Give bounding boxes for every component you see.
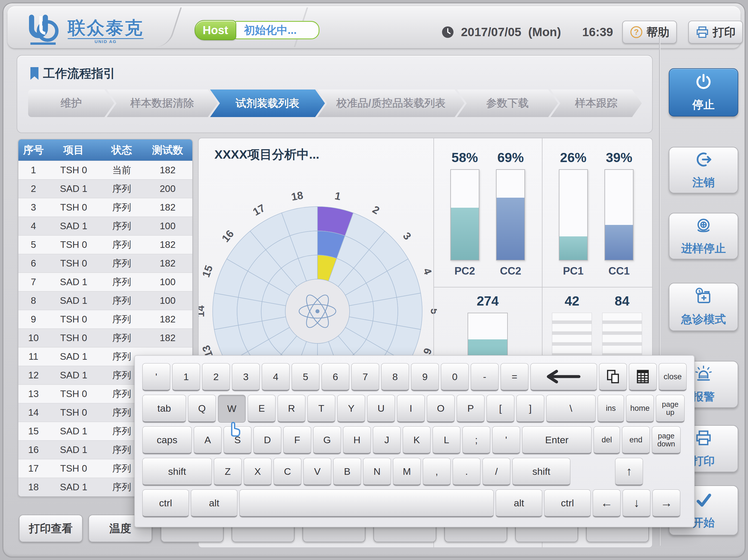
key-ctrl[interactable]: ctrl bbox=[142, 489, 189, 517]
key-space[interactable] bbox=[239, 489, 494, 517]
table-row[interactable]: 3TSH 0 序列182 bbox=[18, 198, 192, 217]
key-O[interactable]: O bbox=[427, 395, 455, 422]
key-9[interactable]: 9 bbox=[411, 363, 439, 391]
workflow-step[interactable]: 样本跟踪 bbox=[551, 90, 642, 117]
key-del[interactable]: del bbox=[593, 426, 620, 454]
printer-icon bbox=[694, 429, 713, 450]
key-2[interactable]: 2 bbox=[202, 363, 230, 391]
workflow-step[interactable]: 校准品/质控品装载列表 bbox=[318, 90, 464, 117]
key-close[interactable]: close bbox=[659, 363, 686, 391]
svg-text:17: 17 bbox=[251, 202, 267, 218]
key-K[interactable]: K bbox=[403, 426, 430, 454]
key-\[interactable]: \ bbox=[546, 395, 595, 422]
table-row[interactable]: 4SAD 1 序列100 bbox=[18, 217, 192, 235]
table-row[interactable]: 7SAD 1 序列100 bbox=[18, 272, 192, 291]
gauge-label: CC2 bbox=[500, 265, 521, 277]
key-;[interactable]: ; bbox=[462, 426, 490, 454]
key-P[interactable]: P bbox=[457, 395, 485, 422]
key-J[interactable]: J bbox=[373, 426, 401, 454]
key-N[interactable]: N bbox=[363, 458, 391, 486]
table-row[interactable]: 5TSH 0 序列182 bbox=[18, 235, 192, 254]
key-alt[interactable]: alt bbox=[496, 489, 542, 517]
key-shift[interactable]: shift bbox=[142, 458, 212, 486]
key-caps[interactable]: caps bbox=[142, 426, 192, 454]
key-V[interactable]: V bbox=[303, 458, 331, 486]
key-4[interactable]: 4 bbox=[262, 363, 289, 391]
workflow-step[interactable]: 参数下载 bbox=[457, 90, 558, 117]
key-3[interactable]: 3 bbox=[232, 363, 260, 391]
workflow-steps: 维护样本数据清除试剂装载列表校准品/质控品装载列表参数下载样本跟踪 bbox=[28, 90, 642, 117]
key-=[interactable]: = bbox=[500, 363, 529, 391]
hand-cursor-icon bbox=[227, 420, 240, 437]
key-1[interactable]: 1 bbox=[172, 363, 200, 391]
sidebar-button[interactable]: 急诊模式 bbox=[669, 283, 738, 331]
key-[[interactable]: [ bbox=[487, 395, 514, 422]
key-B[interactable]: B bbox=[333, 458, 361, 486]
key-D[interactable]: D bbox=[253, 426, 281, 454]
key-T[interactable]: T bbox=[307, 395, 335, 422]
key-arrow-up[interactable]: ↑ bbox=[615, 458, 643, 486]
key-shift[interactable]: shift bbox=[512, 458, 570, 486]
sidebar-button[interactable]: 停止 bbox=[669, 68, 738, 117]
host-badge: Host bbox=[194, 20, 236, 40]
table-row[interactable]: 10TSH 0 序列182 bbox=[18, 328, 192, 347]
key-Q[interactable]: Q bbox=[188, 395, 216, 422]
key-M[interactable]: M bbox=[393, 458, 421, 486]
key-tab[interactable]: tab bbox=[142, 395, 186, 422]
key-][interactable]: ] bbox=[516, 395, 544, 422]
key-A[interactable]: A bbox=[194, 426, 221, 454]
workflow-step[interactable]: 维护 bbox=[28, 90, 114, 117]
sidebar-button[interactable]: 进样停止 bbox=[669, 213, 738, 259]
key-5[interactable]: 5 bbox=[291, 363, 320, 391]
table-row[interactable]: 2SAD 1 序列200 bbox=[18, 179, 192, 198]
key-F[interactable]: F bbox=[283, 426, 311, 454]
key-'[interactable]: ' bbox=[492, 426, 520, 454]
key-'[interactable]: ' bbox=[142, 363, 170, 391]
print-view-button[interactable]: 打印查看 bbox=[19, 515, 83, 542]
table-row[interactable]: 9TSH 0 序列182 bbox=[18, 310, 192, 328]
key-Y[interactable]: Y bbox=[337, 395, 365, 422]
key-/[interactable]: / bbox=[483, 458, 510, 486]
key-backspace-arrow[interactable] bbox=[531, 363, 597, 391]
brand-logo: 联众泰克 UNID AG bbox=[26, 14, 143, 46]
workflow-step[interactable]: 试剂装载列表 bbox=[210, 90, 325, 117]
key-6[interactable]: 6 bbox=[322, 363, 349, 391]
key-I[interactable]: I bbox=[397, 395, 425, 422]
workflow-step[interactable]: 样本数据清除 bbox=[107, 90, 217, 117]
key-page-down[interactable]: page down bbox=[652, 426, 681, 454]
key--[interactable]: - bbox=[471, 363, 498, 391]
key-arrow-right[interactable]: → bbox=[652, 489, 680, 517]
key-G[interactable]: G bbox=[313, 426, 341, 454]
key-Z[interactable]: Z bbox=[214, 458, 242, 486]
key-ins[interactable]: ins bbox=[598, 395, 624, 422]
key-C[interactable]: C bbox=[274, 458, 301, 486]
table-row[interactable]: 6TSH 0 序列182 bbox=[18, 254, 192, 272]
key-arrow-down[interactable]: ↓ bbox=[623, 489, 650, 517]
key-Enter[interactable]: Enter bbox=[522, 426, 591, 454]
key-E[interactable]: E bbox=[248, 395, 276, 422]
table-row[interactable]: 1TSH 0 当前182 bbox=[18, 161, 192, 179]
key-W[interactable]: W bbox=[218, 395, 246, 422]
help-button[interactable]: ? 帮助 bbox=[622, 21, 677, 44]
key-end[interactable]: end bbox=[622, 426, 650, 454]
key-7[interactable]: 7 bbox=[351, 363, 379, 391]
key-arrow-left[interactable]: ← bbox=[593, 489, 621, 517]
key-R[interactable]: R bbox=[278, 395, 305, 422]
key-page-up[interactable]: page up bbox=[656, 395, 684, 422]
table-row[interactable]: 8SAD 1 序列100 bbox=[18, 291, 192, 310]
key-H[interactable]: H bbox=[343, 426, 371, 454]
key-home[interactable]: home bbox=[626, 395, 654, 422]
key-L[interactable]: L bbox=[433, 426, 460, 454]
key-.[interactable]: . bbox=[453, 458, 481, 486]
key-X[interactable]: X bbox=[244, 458, 272, 486]
key-8[interactable]: 8 bbox=[381, 363, 409, 391]
key-U[interactable]: U bbox=[367, 395, 395, 422]
key-alt[interactable]: alt bbox=[191, 489, 237, 517]
key-ctrl[interactable]: ctrl bbox=[544, 489, 591, 517]
key-,[interactable]: , bbox=[423, 458, 451, 486]
key-0[interactable]: 0 bbox=[441, 363, 469, 391]
sidebar-button[interactable]: 注销 bbox=[669, 147, 738, 193]
print-button[interactable]: 打印 bbox=[688, 21, 743, 44]
key-numpad[interactable] bbox=[629, 363, 657, 391]
key-overlap-windows[interactable] bbox=[599, 363, 627, 391]
